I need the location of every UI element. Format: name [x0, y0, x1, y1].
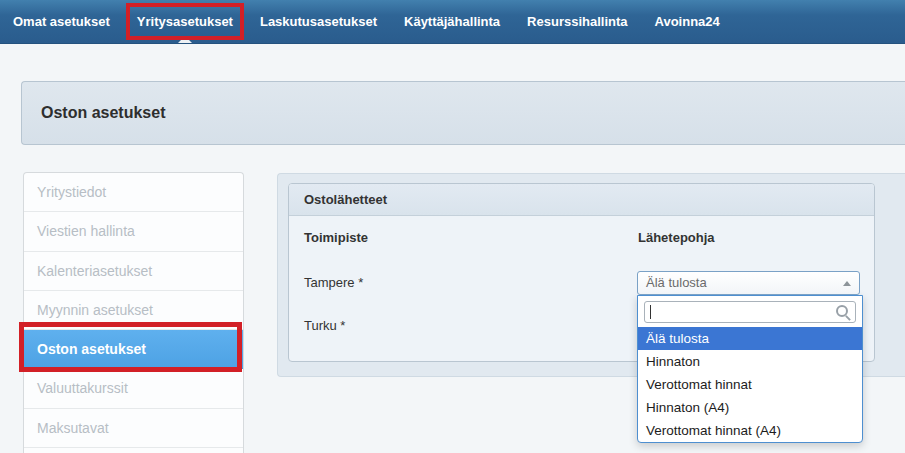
- nav-item-laskutusasetukset[interactable]: Laskutusasetukset: [260, 0, 377, 43]
- row-label-turku: Turku *: [304, 318, 345, 333]
- dropdown-option-hinnaton[interactable]: Hinnaton: [638, 350, 862, 373]
- dropdown-search: [644, 301, 856, 323]
- nav-item-resurssihallinta[interactable]: Resurssihallinta: [527, 0, 627, 43]
- dropdown-search-input[interactable]: [644, 301, 856, 323]
- sidebar-item-oston-asetukset[interactable]: Oston asetukset: [24, 330, 243, 369]
- nav-item-label: Avoinna24: [655, 14, 720, 29]
- sidebar-item-label: Myynnin asetukset: [37, 302, 153, 318]
- dropdown-option-verottomat-hinnat-a4[interactable]: Verottomat hinnat (A4): [638, 419, 862, 442]
- page-title: Oston asetukset: [22, 82, 905, 122]
- sidebar-item-maksutavat[interactable]: Maksutavat: [24, 409, 243, 448]
- nav-item-kayttajahallinta[interactable]: Käyttäjähallinta: [404, 0, 500, 43]
- sidebar-item-myynnin-asetukset[interactable]: Myynnin asetukset: [24, 291, 243, 330]
- sidebar-item-label: Viestien hallinta: [37, 223, 135, 239]
- nav-item-yritysasetukset[interactable]: Yritysasetukset: [137, 0, 233, 43]
- sidebar-item-label: Yritystiedot: [37, 184, 106, 200]
- dropdown-option-ala-tulosta[interactable]: Älä tulosta: [638, 327, 862, 350]
- page-header: Oston asetukset: [21, 81, 905, 145]
- sidebar-list: YritystiedotViestien hallintaKalenterias…: [24, 173, 243, 448]
- top-nav: Omat asetuksetYritysasetuksetLaskutusase…: [0, 0, 905, 44]
- settings-sidebar: YritystiedotViestien hallintaKalenterias…: [23, 172, 244, 453]
- nav-item-label: Laskutusasetukset: [260, 14, 377, 29]
- sidebar-item-label: Maksutavat: [37, 420, 109, 436]
- template-select[interactable]: Älä tulosta: [637, 271, 860, 295]
- sidebar-item-yritystiedot[interactable]: Yritystiedot: [24, 173, 243, 212]
- dropdown-options-list: Älä tulostaHinnatonVerottomat hinnatHinn…: [638, 327, 862, 442]
- sidebar-item-kalenteriasetukset[interactable]: Kalenteriasetukset: [24, 252, 243, 291]
- sidebar-item-viestien-hallinta[interactable]: Viestien hallinta: [24, 212, 243, 251]
- sidebar-item-label: Kalenteriasetukset: [37, 263, 152, 279]
- panel-title: Ostolähetteet: [289, 184, 874, 216]
- select-current-value: Älä tulosta: [638, 272, 859, 294]
- nav-item-avoinna24[interactable]: Avoinna24: [655, 0, 720, 43]
- nav-item-label: Resurssihallinta: [527, 14, 627, 29]
- sidebar-item-valuuttakurssit[interactable]: Valuuttakurssit: [24, 369, 243, 408]
- nav-item-label: Käyttäjähallinta: [404, 14, 500, 29]
- column-header-toimipiste: Toimipiste: [304, 230, 368, 245]
- sidebar-item-label: Valuuttakurssit: [37, 380, 128, 396]
- active-tab-caret-icon: [178, 36, 192, 43]
- row-label-tampere: Tampere *: [304, 275, 363, 290]
- sidebar-item-label: Oston asetukset: [37, 341, 146, 357]
- top-nav-list: Omat asetuksetYritysasetuksetLaskutusase…: [0, 0, 905, 43]
- nav-item-label: Omat asetukset: [13, 14, 110, 29]
- dropdown-option-verottomat-hinnat[interactable]: Verottomat hinnat: [638, 373, 862, 396]
- column-header-lahetepohja: Lähetepohja: [638, 230, 715, 245]
- nav-item-omat-asetukset[interactable]: Omat asetukset: [13, 0, 110, 43]
- dropdown-option-hinnaton-a4[interactable]: Hinnaton (A4): [638, 396, 862, 419]
- dropdown-arrow-icon: [843, 281, 851, 286]
- select-dropdown: Älä tulostaHinnatonVerottomat hinnatHinn…: [637, 295, 863, 443]
- nav-item-label: Yritysasetukset: [137, 14, 233, 29]
